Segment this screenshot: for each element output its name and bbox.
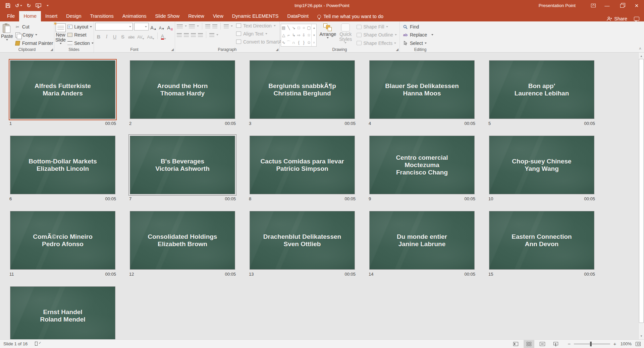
account-name[interactable]: Presentation Point: [539, 3, 576, 8]
slide-thumbnail[interactable]: Berglunds snabbkÃ¶pChristina Berglund: [250, 60, 355, 119]
slide-tile-8[interactable]: Cactus Comidas para llevarPatricio Simps…: [248, 134, 356, 196]
slide-thumbnail[interactable]: Eastern ConnectionAnn Devon: [489, 211, 594, 270]
shape-glyph-icon[interactable]: }: [303, 40, 305, 45]
format-painter-button[interactable]: Format Painter: [13, 39, 55, 47]
start-from-beginning-button[interactable]: [36, 3, 41, 8]
scrollbar-thumb[interactable]: [639, 59, 644, 323]
normal-view-button[interactable]: [510, 340, 521, 348]
change-case-button[interactable]: Aa: [146, 32, 155, 40]
slide-thumbnail[interactable]: Ernst HandelRoland Mendel: [10, 286, 115, 339]
underline-button[interactable]: U: [111, 32, 118, 40]
close-button[interactable]: ×: [629, 0, 644, 11]
shapes-gallery-scrollbar[interactable]: ▲ ▼ ≡: [311, 24, 316, 46]
zoom-slider[interactable]: [574, 344, 610, 344]
restore-button[interactable]: [614, 0, 629, 11]
font-name-combobox[interactable]: [95, 23, 133, 30]
slide-sorter-view-button[interactable]: [524, 340, 534, 348]
reset-button[interactable]: Reset: [66, 31, 95, 39]
decrease-indent-icon[interactable]: [205, 24, 210, 28]
italic-button[interactable]: I: [103, 32, 110, 40]
shape-glyph-icon[interactable]: ⇨: [297, 33, 301, 38]
zoom-slider-thumb[interactable]: [590, 342, 592, 346]
fit-slide-to-window-icon[interactable]: [636, 342, 641, 346]
zoom-out-button[interactable]: −: [567, 341, 571, 347]
slide-tile-10[interactable]: Chop-suey ChineseYang Wang: [488, 134, 596, 196]
tab-datapoint[interactable]: DataPoint: [283, 11, 313, 21]
shapes-gallery[interactable]: ▤╲↘□○▢△⌐↳⇨⇩☆∿⌒∩{}✩ ▲ ▼ ≡: [281, 24, 317, 47]
tab-slide-show[interactable]: Slide Show: [151, 11, 184, 21]
reading-view-button[interactable]: [537, 340, 548, 348]
justify-icon[interactable]: [198, 33, 203, 37]
tab-review[interactable]: Review: [184, 11, 209, 21]
clipboard-dialog-launcher[interactable]: ◢: [50, 47, 53, 52]
paste-button[interactable]: Paste: [1, 22, 13, 47]
tab-insert[interactable]: Insert: [41, 11, 62, 21]
tab-animations[interactable]: Animations: [118, 11, 151, 21]
slide-tile-14[interactable]: Du monde entierJanine Labrune: [368, 210, 476, 271]
slide-thumbnail[interactable]: Bon app'Laurence Lebihan: [489, 60, 594, 119]
cut-button[interactable]: ✂ Cut: [13, 23, 55, 31]
slide-tile-3[interactable]: Berglunds snabbkÃ¶pChristina Berglund: [248, 59, 356, 120]
slide-thumbnail[interactable]: Alfreds FutterkisteMaria Anders: [10, 60, 115, 119]
drawing-dialog-launcher[interactable]: ◢: [396, 47, 398, 52]
select-button[interactable]: Select: [401, 39, 435, 47]
slide-thumbnail[interactable]: Around the HornThomas Hardy: [130, 60, 235, 119]
slide-thumbnail[interactable]: ComÃ©rcio MineiroPedro Afonso: [10, 211, 115, 270]
comments-icon[interactable]: [634, 17, 639, 21]
zoom-in-button[interactable]: +: [613, 341, 617, 347]
arrange-button[interactable]: Arrange: [319, 22, 336, 47]
strikethrough-button[interactable]: abc: [127, 32, 135, 40]
tab-file[interactable]: File: [3, 11, 19, 21]
save-icon[interactable]: [5, 3, 10, 8]
slide-thumbnail[interactable]: Centro comercial MoctezumaFrancisco Chan…: [369, 136, 475, 194]
slide-thumbnail[interactable]: Drachenblut DelikatessenSven Ottlieb: [250, 211, 355, 270]
font-size-combobox[interactable]: [134, 23, 149, 30]
slide-tile-15[interactable]: Eastern ConnectionAnn Devon: [488, 210, 596, 271]
shape-glyph-icon[interactable]: ↘: [292, 25, 296, 30]
slide-tile-12[interactable]: Consolidated HoldingsElizabeth Brown: [128, 210, 236, 271]
slide-tile-9[interactable]: Centro comercial MoctezumaFrancisco Chan…: [368, 134, 476, 196]
layout-button[interactable]: Layout: [66, 23, 95, 31]
scroll-up-icon[interactable]: ▲: [639, 53, 644, 59]
replace-button[interactable]: ab Replace: [401, 31, 435, 39]
bold-button[interactable]: B: [95, 32, 102, 40]
shape-glyph-icon[interactable]: ⌒: [287, 40, 291, 46]
collapse-ribbon-icon[interactable]: ˄: [639, 47, 641, 51]
tab-home[interactable]: Home: [19, 11, 41, 21]
proofing-icon[interactable]: ✓: [35, 342, 40, 346]
increase-indent-icon[interactable]: [212, 24, 217, 28]
shape-glyph-icon[interactable]: □: [298, 25, 300, 30]
slide-thumbnail[interactable]: Du monde entierJanine Labrune: [369, 211, 475, 270]
minimize-button[interactable]: —: [600, 0, 614, 11]
slide-thumbnail[interactable]: Blauer See DelikatessenHanna Moos: [369, 60, 475, 119]
character-spacing-button[interactable]: AV: [137, 32, 145, 40]
slide-tile-1[interactable]: Alfreds FutterkisteMaria Anders: [9, 59, 117, 120]
tab-view[interactable]: View: [209, 11, 228, 21]
share-button[interactable]: Share: [606, 16, 627, 21]
quick-styles-button[interactable]: Quick Styles: [339, 22, 352, 47]
text-shadow-button[interactable]: S: [119, 32, 126, 40]
slide-tile-11[interactable]: ComÃ©rcio MineiroPedro Afonso: [9, 210, 117, 271]
slide-thumbnail[interactable]: Consolidated HoldingsElizabeth Brown: [130, 211, 235, 270]
shape-glyph-icon[interactable]: ∩: [292, 40, 295, 45]
slide-thumbnail[interactable]: Chop-suey ChineseYang Wang: [489, 136, 594, 194]
shape-fill-button[interactable]: Shape Fill: [355, 23, 398, 31]
new-slide-button[interactable]: ✶ New Slide: [55, 22, 66, 47]
shape-glyph-icon[interactable]: △: [282, 33, 285, 38]
vertical-scrollbar[interactable]: ▲ ▼: [638, 53, 644, 339]
align-left-icon[interactable]: [177, 33, 182, 37]
numbering-icon[interactable]: [189, 24, 195, 28]
slide-tile-2[interactable]: Around the HornThomas Hardy: [128, 59, 236, 120]
align-right-icon[interactable]: [191, 33, 196, 37]
zoom-percent[interactable]: 100%: [620, 341, 632, 346]
columns-icon[interactable]: [209, 33, 214, 37]
shape-glyph-icon[interactable]: ▤: [282, 25, 285, 30]
align-center-icon[interactable]: [184, 33, 189, 37]
slide-tile-7[interactable]: B's BeveragesVictoria Ashworth: [128, 134, 236, 196]
slideshow-view-button[interactable]: [550, 340, 561, 348]
slide-thumbnail[interactable]: Cactus Comidas para llevarPatricio Simps…: [250, 136, 355, 194]
shape-glyph-icon[interactable]: ↳: [292, 33, 296, 38]
ribbon-display-options-button[interactable]: [587, 0, 600, 11]
tell-me-box[interactable]: Tell me what you want to do: [313, 11, 388, 21]
slide-tile-13[interactable]: Drachenblut DelikatessenSven Ottlieb: [248, 210, 356, 271]
